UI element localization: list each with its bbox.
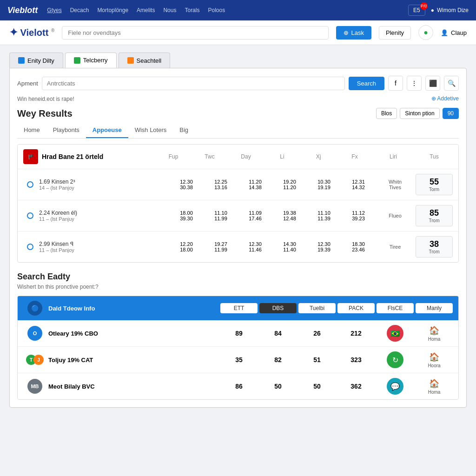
- row-2-avatar: MB: [23, 379, 46, 394]
- data-row-1-tuelbi: 51: [298, 356, 336, 364]
- nav-link-6[interactable]: Poloos: [208, 7, 225, 13]
- lask-button[interactable]: ⊕ Lask: [336, 26, 371, 40]
- filter-btn-1[interactable]: Blos: [376, 108, 397, 119]
- nav-link-3[interactable]: Amelits: [137, 7, 155, 13]
- row-0-day: 11.20 14.38: [239, 179, 271, 190]
- table-row: 1.69 Kinsen 2³ 14 – (lst Panjoy 12.30 30…: [18, 169, 458, 200]
- row-1-twc: 11.10 11.99: [205, 210, 237, 221]
- count-badge-btn[interactable]: 90: [443, 108, 459, 119]
- col-header-li: Li: [266, 153, 298, 160]
- data-row-1-ett: 35: [220, 356, 258, 364]
- action-btn-2[interactable]: 💬: [387, 378, 403, 395]
- bookmark-btn[interactable]: ⬛: [425, 76, 440, 91]
- avatar-2: MB: [27, 379, 42, 394]
- data-row-0-action[interactable]: 🇧🇷: [377, 325, 414, 342]
- table-logo-icon: 🔵: [27, 301, 42, 316]
- search-icon-btn[interactable]: 🔍: [444, 76, 459, 91]
- search-eadty-subtitle: Wishert bn this pronctive poent:?: [17, 284, 459, 290]
- home-btn-2[interactable]: 🏠 Homa: [416, 378, 453, 395]
- radio-1[interactable]: [23, 212, 37, 219]
- row-0-twc: 12.25 13.16: [205, 179, 237, 190]
- col-btn-dbs[interactable]: DBS: [259, 303, 297, 313]
- row-1-score: 85 Trom: [416, 205, 453, 226]
- user-menu-button[interactable]: 👤 Claup: [441, 29, 467, 36]
- col-btn-ett[interactable]: ETT: [220, 303, 258, 313]
- data-row-1-dbs: 82: [259, 356, 297, 364]
- tabs-bar: Enity Dilty Telcberry Seachtell: [9, 53, 467, 68]
- home-btn-1[interactable]: 🏠 Hoora: [416, 352, 453, 368]
- col-header-liri: Liri: [375, 153, 412, 160]
- home-label-1: Hoora: [428, 363, 440, 368]
- lask-label: Lask: [351, 29, 364, 36]
- col-btn-pack[interactable]: PACK: [337, 303, 375, 313]
- secondary-nav: ✦ Vielott ® ⊕ Lask Plenity ● 👤 Claup: [0, 20, 476, 45]
- col-btn-tuelbi[interactable]: Tuelbi: [298, 303, 336, 313]
- tab-telcberry[interactable]: Telcberry: [65, 53, 117, 68]
- radio-0[interactable]: [23, 181, 37, 188]
- nav-link-2[interactable]: Mortoplönge: [97, 7, 128, 13]
- col-header-fx: Fx: [338, 153, 371, 160]
- nav-link-0[interactable]: Gtyes: [47, 7, 61, 13]
- secondary-search-input[interactable]: [62, 26, 328, 40]
- home-btn-0[interactable]: 🏠 Homa: [416, 325, 453, 342]
- home-label-0: Homa: [428, 337, 441, 342]
- main-content: Enity Dilty Telcberry Seachtell Apment S…: [0, 45, 476, 415]
- col-btn-flsce[interactable]: FlsCE: [377, 303, 414, 313]
- col-header-xj: Xj: [302, 153, 335, 160]
- badge-button[interactable]: P/0 E5: [408, 5, 425, 16]
- additive-link[interactable]: ⊕ Addetive: [431, 95, 459, 102]
- ellipsis-icon: ⋮: [411, 79, 417, 87]
- nav-link-1[interactable]: Decach: [70, 7, 89, 13]
- row-0-fup: 12.30 30.38: [170, 179, 203, 190]
- result-tab-big[interactable]: Big: [173, 123, 195, 138]
- col-header-day: Day: [230, 153, 262, 160]
- more-options-btn[interactable]: ⋮: [407, 76, 422, 91]
- results-title: Wey Results: [17, 108, 73, 119]
- house-icon-2: 🏠: [429, 378, 439, 389]
- result-tab-home[interactable]: Home: [17, 123, 46, 138]
- action-btn-1[interactable]: ↻: [387, 351, 403, 368]
- tab-enity-dilty[interactable]: Enity Dilty: [9, 53, 63, 68]
- nav-link-4[interactable]: Nous: [163, 7, 176, 13]
- search-button[interactable]: Search: [349, 77, 384, 90]
- additive-label: Addetive: [437, 95, 459, 102]
- search-input[interactable]: [42, 77, 345, 90]
- circle-icon-button[interactable]: ●: [418, 25, 433, 40]
- hint-area: Win heneid.eot is rape! ⊕ Addetive: [17, 95, 459, 102]
- radio-2[interactable]: [23, 244, 37, 250]
- row-1-xj: 11.10 11.39: [308, 210, 340, 221]
- facebook-icon: f: [395, 79, 397, 87]
- top-nav-right: P/0 E5 ● Wimom Dize: [408, 5, 469, 16]
- plenity-button[interactable]: Plenity: [379, 26, 411, 40]
- result-tab-appoeuse[interactable]: Appoeuse: [86, 123, 128, 138]
- secondary-logo: ✦ Vielott ®: [9, 26, 54, 39]
- data-table-row: T J Toljuy 19% CAT 35 82 51 323 ↻ 🏠 Hoor…: [18, 347, 458, 373]
- col-btn-manly[interactable]: Manly: [416, 303, 453, 313]
- col-header-fup: Fup: [157, 153, 190, 160]
- tab-icon-2: [127, 57, 134, 64]
- filter-btn-2[interactable]: Sinton ption: [400, 108, 439, 119]
- nav-link-5[interactable]: Torals: [185, 7, 199, 13]
- row-0-avatar: O: [23, 326, 46, 341]
- data-row-2-action[interactable]: 💬: [377, 378, 414, 395]
- facebook-icon-btn[interactable]: f: [388, 76, 403, 91]
- logo-trademark: ®: [51, 28, 54, 33]
- row-0-fx: 12.31 14.32: [342, 179, 375, 190]
- brand-logo[interactable]: Vieblott: [7, 6, 38, 15]
- data-table-header-label: Dald Tdeow Info: [48, 305, 218, 312]
- data-table-row: MB Meot Bilaly BVC 86 50 50 362 💬 🏠 Homa: [18, 373, 458, 399]
- logo-v: ✦: [9, 26, 18, 38]
- data-row-1-action[interactable]: ↻: [377, 351, 414, 368]
- team-logo: 🏴: [23, 149, 38, 164]
- result-table-header: 🏴 Hrad Bane 21 örteld Fup Twc Day Li Xj …: [18, 145, 458, 169]
- avatar-1b: J: [33, 355, 44, 365]
- tab-seachtell[interactable]: Seachtell: [119, 53, 170, 68]
- data-row-2-tuelbi: 50: [298, 383, 336, 390]
- action-btn-0[interactable]: 🇧🇷: [387, 325, 403, 342]
- house-icon-1: 🏠: [429, 352, 439, 362]
- row-1-fx: 11.12 39.23: [342, 210, 375, 221]
- result-tab-playbonts[interactable]: Playbonts: [46, 123, 86, 138]
- result-tab-wishloters[interactable]: Wish Loters: [128, 123, 173, 138]
- username[interactable]: Wimom Dize: [437, 7, 469, 13]
- tab-icon-0: [18, 57, 25, 64]
